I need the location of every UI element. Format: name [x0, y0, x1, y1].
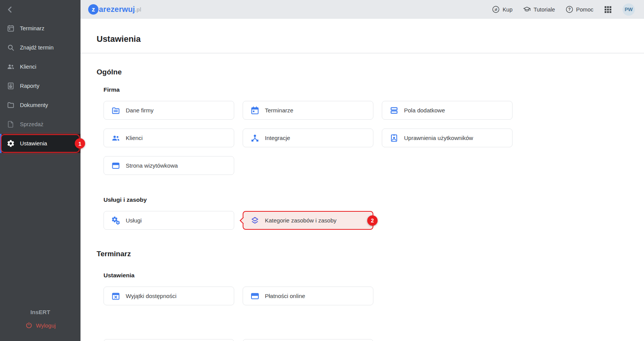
section-heading-terminarz: Terminarz	[97, 250, 644, 258]
calendar-icon	[7, 24, 15, 33]
page-title: Ustawienia	[97, 34, 644, 44]
settings-page: Ustawienia Ogólne Firma Dane firmy Termi…	[80, 19, 644, 341]
buy-label: Kup	[503, 7, 513, 13]
brand-label: InsERT	[0, 309, 80, 315]
sidebar-item-znajdz-termin[interactable]: Znajdź termin	[0, 38, 80, 57]
sidebar: Terminarz Znajdź termin Klienci Raporty …	[0, 0, 80, 341]
sidebar-item-sprzedaz[interactable]: Sprzedaż	[0, 115, 80, 134]
card-label: Terminarze	[265, 107, 293, 114]
people-icon	[7, 63, 15, 71]
svg-text:zł: zł	[495, 8, 497, 12]
terminarz-cards: Wyjątki dostępności Płatności online	[104, 287, 644, 305]
report-icon	[7, 82, 15, 90]
card-terminarze[interactable]: Terminarze	[243, 101, 373, 120]
card-uprawnienia-uzytkownikow[interactable]: Uprawnienia użytkowników	[382, 128, 513, 147]
sidebar-item-terminarz[interactable]: Terminarz	[0, 19, 80, 38]
sidebar-item-label: Sprzedaż	[20, 121, 43, 127]
logo-mark-icon: z	[88, 4, 99, 15]
buy-button[interactable]: zł Kup	[492, 5, 513, 13]
subsection-heading-uslugi-i-zasoby: Usługi i zasoby	[104, 196, 644, 203]
firma-cards: Dane firmy Terminarze Pola dodatkowe Kli…	[104, 101, 644, 175]
graduation-cap-icon	[523, 5, 531, 13]
subsection-heading-firma: Firma	[104, 86, 644, 93]
question-circle-icon: ?	[565, 5, 573, 13]
user-permissions-icon	[389, 133, 399, 143]
svg-text:?: ?	[568, 7, 570, 12]
annotation-badge-step1: 1	[75, 138, 85, 149]
card-label: Usługi	[126, 217, 142, 224]
annotation-badge-step2: 2	[367, 215, 378, 226]
uslugi-cards: Usługi Kategorie zasobów i zasoby 2	[104, 211, 644, 230]
card-label: Uprawnienia użytkowników	[404, 135, 473, 141]
sidebar-header	[0, 0, 80, 19]
gear-icon	[7, 139, 15, 148]
sidebar-item-label: Klienci	[20, 64, 36, 70]
card-klienci[interactable]: Klienci	[104, 128, 234, 147]
card-partial[interactable]	[104, 339, 234, 341]
card-label: Kategorie zasobów i zasoby	[265, 217, 337, 224]
file-icon	[7, 120, 15, 128]
sidebar-nav: Terminarz Znajdź termin Klienci Raporty …	[0, 19, 80, 153]
logout-label: Wyloguj	[36, 323, 56, 329]
card-pola-dodatkowe[interactable]: Pola dodatkowe	[382, 101, 513, 120]
app-logo[interactable]: z arezerwuj .pl	[88, 4, 141, 15]
topbar: z arezerwuj .pl zł Kup Tutoriale ? Pomoc…	[80, 0, 644, 19]
card-label: Płatności online	[265, 293, 305, 299]
sidebar-item-label: Raporty	[20, 83, 39, 89]
section-heading-ogolne: Ogólne	[97, 68, 644, 76]
back-chevron-icon[interactable]	[5, 5, 15, 15]
logo-name: arezerwuj	[99, 5, 135, 14]
availability-exceptions-icon	[111, 292, 120, 301]
sidebar-item-dokumenty[interactable]: Dokumenty	[0, 96, 80, 115]
sidebar-item-label: Ustawienia	[20, 140, 47, 147]
help-button[interactable]: ? Pomoc	[565, 5, 593, 13]
zloty-coin-icon: zł	[492, 5, 500, 13]
title-divider	[80, 53, 644, 53]
card-integracje[interactable]: Integracje	[243, 128, 373, 147]
card-label: Integracje	[265, 135, 290, 141]
sidebar-footer: InsERT Wyloguj	[0, 309, 80, 341]
folder-icon	[7, 101, 15, 109]
business-page-icon	[111, 161, 120, 170]
calendars-icon	[250, 106, 260, 115]
search-icon	[7, 43, 15, 52]
card-kategorie-zasobow-i-zasoby[interactable]: Kategorie zasobów i zasoby 2	[243, 211, 373, 230]
apps-grid-icon	[604, 5, 612, 14]
topbar-actions: zł Kup Tutoriale ? Pomoc PW	[492, 3, 635, 16]
card-label: Strona wizytówkowa	[126, 162, 178, 169]
sidebar-item-label: Dokumenty	[20, 102, 48, 108]
card-wyjatki-dostepnosci[interactable]: Wyjątki dostępności	[104, 287, 234, 305]
logout-button[interactable]: Wyloguj	[25, 321, 56, 329]
card-label: Wyjątki dostępności	[126, 293, 176, 299]
sidebar-item-raporty[interactable]: Raporty	[0, 76, 80, 96]
card-partial[interactable]	[243, 339, 373, 341]
card-strona-wizytowkowa[interactable]: Strona wizytówkowa	[104, 156, 234, 175]
services-icon	[111, 216, 120, 225]
integrations-icon	[250, 133, 260, 143]
power-icon	[25, 321, 33, 329]
resource-categories-icon	[250, 216, 260, 225]
subsection-heading-ustawienia: Ustawienia	[104, 272, 644, 279]
online-payments-icon	[250, 292, 260, 301]
sidebar-item-label: Znajdź termin	[20, 44, 54, 51]
sidebar-item-label: Terminarz	[20, 25, 44, 31]
card-label: Klienci	[126, 135, 143, 141]
user-avatar[interactable]: PW	[623, 3, 635, 16]
extra-fields-icon	[389, 106, 399, 115]
company-data-icon	[111, 106, 120, 115]
main-area: z arezerwuj .pl zł Kup Tutoriale ? Pomoc…	[80, 0, 644, 341]
apps-grid-button[interactable]	[604, 5, 612, 14]
sidebar-item-ustawienia[interactable]: Ustawienia 1	[0, 134, 80, 153]
card-dane-firmy[interactable]: Dane firmy	[104, 101, 234, 120]
tutorials-label: Tutoriale	[534, 7, 555, 13]
card-platnosci-online[interactable]: Płatności online	[243, 287, 373, 305]
card-label: Dane firmy	[126, 107, 154, 114]
tutorials-button[interactable]: Tutoriale	[523, 5, 555, 13]
help-label: Pomoc	[576, 7, 593, 13]
clients-icon	[111, 133, 120, 143]
logo-tld: .pl	[135, 7, 141, 13]
card-label: Pola dodatkowe	[404, 107, 445, 114]
partial-cards-row	[104, 339, 644, 341]
card-uslugi[interactable]: Usługi	[104, 211, 234, 230]
sidebar-item-klienci[interactable]: Klienci	[0, 57, 80, 76]
